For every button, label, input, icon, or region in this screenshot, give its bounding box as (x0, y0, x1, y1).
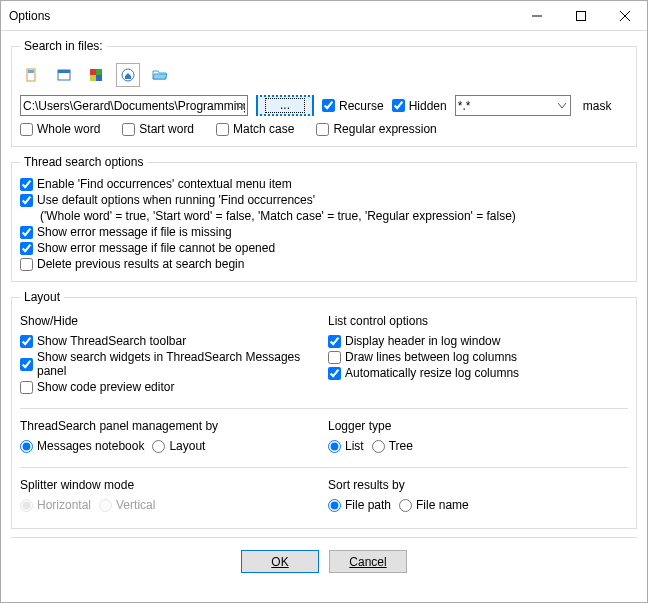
svg-rect-4 (58, 70, 70, 73)
whole-word-checkbox[interactable]: Whole word (20, 122, 100, 136)
folder-open-icon[interactable] (148, 63, 172, 87)
display-header-checkbox[interactable]: Display header in log window (328, 334, 500, 348)
window-title: Options (9, 9, 515, 23)
panel-mgmt-legend: ThreadSearch panel management by (20, 419, 320, 433)
separator (20, 467, 628, 468)
regex-checkbox[interactable]: Regular expression (316, 122, 436, 136)
panel-layout-radio[interactable]: Layout (152, 439, 205, 453)
layout-bottom-columns: Splitter window mode Horizontal Vertical… (20, 474, 628, 520)
mask-combo[interactable] (455, 95, 571, 116)
ok-button[interactable]: OK (241, 550, 319, 573)
layout-mid-columns: ThreadSearch panel management by Message… (20, 415, 628, 461)
path-input[interactable] (20, 95, 248, 116)
start-word-checkbox[interactable]: Start word (122, 122, 194, 136)
window-icon[interactable] (52, 63, 76, 87)
svg-rect-6 (96, 69, 102, 75)
doc-icon[interactable] (20, 63, 44, 87)
match-case-checkbox[interactable]: Match case (216, 122, 294, 136)
dialog-buttons: OK Cancel (11, 544, 637, 583)
path-combo[interactable] (20, 95, 248, 116)
recurse-checkbox[interactable]: Recurse (322, 99, 384, 113)
logger-list-radio[interactable]: List (328, 439, 364, 453)
search-in-files-legend: Search in files: (20, 39, 107, 53)
show-preview-checkbox[interactable]: Show code preview editor (20, 380, 174, 394)
home-icon[interactable] (116, 63, 140, 87)
draw-lines-checkbox[interactable]: Draw lines between log columns (328, 350, 517, 364)
panel-mgmt-group: ThreadSearch panel management by Message… (20, 415, 320, 455)
toolbar-row (20, 63, 628, 87)
layout-top-columns: Show/Hide Show ThreadSearch toolbar Show… (20, 310, 628, 402)
splitter-legend: Splitter window mode (20, 478, 320, 492)
path-row: ... Recurse Hidden mask (20, 95, 628, 116)
cancel-button[interactable]: Cancel (329, 550, 407, 573)
layout-group: Layout Show/Hide Show ThreadSearch toolb… (11, 290, 637, 529)
maximize-button[interactable] (559, 1, 603, 30)
sort-name-radio[interactable]: File name (399, 498, 469, 512)
splitter-group: Splitter window mode Horizontal Vertical (20, 474, 320, 514)
search-in-files-group: Search in files: ... Recurse Hidden (11, 39, 637, 147)
thread-options-group: Thread search options Enable 'Find occur… (11, 155, 637, 282)
logger-type-legend: Logger type (328, 419, 628, 433)
err-missing-checkbox[interactable]: Show error message if file is missing (20, 225, 232, 239)
show-toolbar-checkbox[interactable]: Show ThreadSearch toolbar (20, 334, 186, 348)
logger-tree-radio[interactable]: Tree (372, 439, 413, 453)
mask-label: mask (583, 99, 612, 113)
show-widgets-checkbox[interactable]: Show search widgets in ThreadSearch Mess… (20, 350, 320, 378)
svg-rect-8 (96, 75, 102, 81)
layout-legend: Layout (20, 290, 64, 304)
list-control-group: List control options Display header in l… (328, 310, 628, 396)
options-window: Options Search in files: ... Recurse (0, 0, 648, 603)
delete-prev-checkbox[interactable]: Delete previous results at search begin (20, 257, 244, 271)
use-default-hint: ('Whole word' = true, 'Start word' = fal… (20, 209, 516, 223)
svg-rect-2 (28, 70, 34, 73)
close-button[interactable] (603, 1, 647, 30)
err-open-checkbox[interactable]: Show error message if file cannot be ope… (20, 241, 275, 255)
sort-legend: Sort results by (328, 478, 628, 492)
svg-rect-5 (90, 69, 96, 75)
use-default-checkbox[interactable]: Use default options when running 'Find o… (20, 193, 315, 207)
thread-options-legend: Thread search options (20, 155, 147, 169)
mask-input[interactable] (455, 95, 571, 116)
enable-find-occurrences-checkbox[interactable]: Enable 'Find occurrences' contextual men… (20, 177, 292, 191)
minimize-button[interactable] (515, 1, 559, 30)
hidden-checkbox[interactable]: Hidden (392, 99, 447, 113)
separator (20, 408, 628, 409)
titlebar: Options (1, 1, 647, 31)
search-options-row: Whole word Start word Match case Regular… (20, 122, 628, 136)
sort-group: Sort results by File path File name (328, 474, 628, 514)
svg-rect-0 (577, 11, 586, 20)
splitter-horizontal-radio: Horizontal (20, 498, 91, 512)
separator (11, 537, 637, 538)
auto-resize-checkbox[interactable]: Automatically resize log columns (328, 366, 519, 380)
logger-type-group: Logger type List Tree (328, 415, 628, 455)
show-hide-group: Show/Hide Show ThreadSearch toolbar Show… (20, 310, 320, 396)
browse-button[interactable]: ... (256, 95, 314, 116)
list-control-legend: List control options (328, 314, 628, 328)
content: Search in files: ... Recurse Hidden (1, 31, 647, 602)
colors-icon[interactable] (84, 63, 108, 87)
sort-path-radio[interactable]: File path (328, 498, 391, 512)
panel-messages-radio[interactable]: Messages notebook (20, 439, 144, 453)
svg-rect-7 (90, 75, 96, 81)
show-hide-legend: Show/Hide (20, 314, 320, 328)
splitter-vertical-radio: Vertical (99, 498, 155, 512)
